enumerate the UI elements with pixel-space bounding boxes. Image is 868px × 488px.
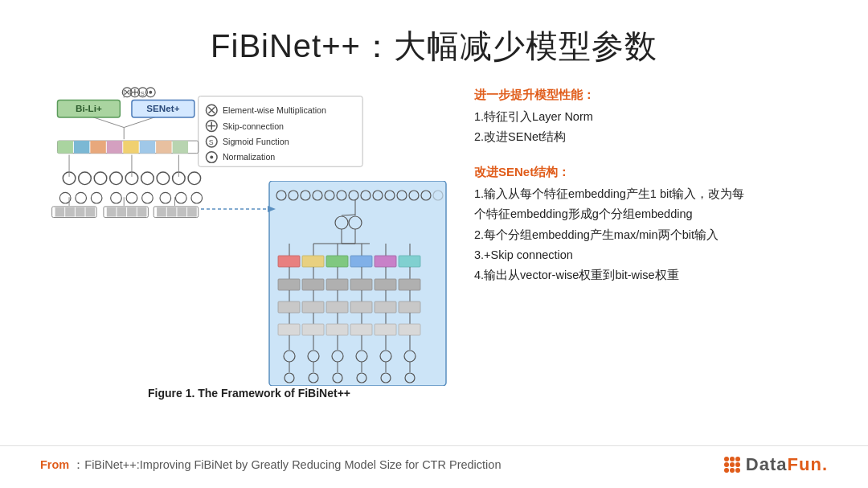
svg-rect-34 xyxy=(156,141,171,154)
svg-rect-30 xyxy=(90,141,105,154)
svg-point-17 xyxy=(94,172,107,185)
svg-point-13 xyxy=(210,156,213,159)
svg-point-182 xyxy=(735,457,740,461)
svg-rect-32 xyxy=(123,141,138,154)
svg-rect-113 xyxy=(302,256,324,267)
svg-rect-116 xyxy=(375,256,396,267)
svg-rect-74 xyxy=(127,207,137,217)
svg-rect-129 xyxy=(399,279,420,290)
svg-rect-80 xyxy=(187,207,197,217)
svg-text:Skip-connection: Skip-connection xyxy=(223,121,284,131)
svg-rect-33 xyxy=(140,141,155,154)
svg-rect-112 xyxy=(278,256,300,267)
svg-text:Normalization: Normalization xyxy=(223,152,275,162)
svg-text:Sigmoid Function: Sigmoid Function xyxy=(223,137,289,146)
svg-rect-75 xyxy=(137,207,147,217)
svg-point-52 xyxy=(149,91,152,94)
svg-rect-141 xyxy=(399,301,420,313)
svg-rect-29 xyxy=(74,141,89,154)
diagram-container: Element-wise Multiplication Skip-connect… xyxy=(40,84,458,382)
section1-title: 进一步提升模型性能： xyxy=(474,84,828,105)
svg-rect-148 xyxy=(278,324,300,335)
svg-point-181 xyxy=(730,457,735,461)
section1-body: 1.特征引入Layer Norm 2.改进SENet结构 xyxy=(474,107,828,148)
from-text: From ：FiBiNet++:Improving FiBiNet by Gre… xyxy=(40,457,501,473)
svg-point-61 xyxy=(175,192,186,203)
svg-rect-153 xyxy=(399,324,420,335)
svg-point-20 xyxy=(141,172,154,185)
svg-point-180 xyxy=(724,457,729,461)
svg-rect-78 xyxy=(167,207,177,217)
datafun-name: DataFun. xyxy=(746,454,828,475)
from-label: From xyxy=(40,458,69,471)
svg-point-18 xyxy=(110,172,123,185)
svg-marker-179 xyxy=(268,206,276,212)
svg-rect-35 xyxy=(173,141,188,154)
section2-title: 改进SENet结构： xyxy=(474,162,828,182)
datafun-dots-icon xyxy=(723,455,742,474)
section2-body: 1.输入从每个特征embedding产生1 bit输入，改为每 个特征embed… xyxy=(474,184,828,286)
svg-rect-117 xyxy=(399,256,420,267)
svg-rect-137 xyxy=(302,301,324,313)
svg-point-56 xyxy=(91,192,102,203)
svg-point-185 xyxy=(735,462,740,467)
svg-rect-124 xyxy=(278,279,300,290)
svg-rect-67 xyxy=(55,207,65,217)
svg-point-16 xyxy=(79,172,92,185)
svg-rect-79 xyxy=(177,207,186,217)
svg-rect-115 xyxy=(350,256,372,267)
svg-rect-149 xyxy=(302,324,324,335)
svg-rect-127 xyxy=(350,279,372,290)
svg-rect-28 xyxy=(57,141,72,154)
svg-rect-136 xyxy=(278,301,300,313)
svg-rect-31 xyxy=(107,141,122,154)
svg-rect-77 xyxy=(157,207,166,217)
from-content: ：FiBiNet++:Improving FiBiNet by Greatly … xyxy=(72,458,501,471)
svg-rect-126 xyxy=(326,279,348,290)
svg-point-187 xyxy=(730,468,735,473)
datafun-logo: DataFun. xyxy=(723,454,828,475)
svg-point-55 xyxy=(76,192,87,203)
svg-rect-73 xyxy=(117,207,126,217)
svg-point-184 xyxy=(730,462,735,467)
svg-point-23 xyxy=(188,172,201,185)
figure-caption-text: Figure 1. The Framework of FiBiNet++ xyxy=(148,387,350,400)
svg-rect-72 xyxy=(107,207,117,217)
svg-rect-70 xyxy=(86,207,96,217)
svg-rect-114 xyxy=(326,256,348,267)
svg-text:SENet+: SENet+ xyxy=(146,103,179,113)
svg-rect-151 xyxy=(350,324,372,335)
svg-text:S: S xyxy=(209,138,214,146)
svg-point-186 xyxy=(724,468,729,473)
senet-detail-svg xyxy=(265,181,450,386)
svg-point-188 xyxy=(735,468,740,473)
svg-rect-125 xyxy=(302,279,324,290)
svg-point-183 xyxy=(724,462,729,467)
slide: FiBiNet++：大幅减少模型参数 Element-wise Multipli… xyxy=(0,0,868,488)
svg-rect-140 xyxy=(375,301,396,313)
svg-rect-150 xyxy=(326,324,348,335)
svg-rect-69 xyxy=(76,207,85,217)
svg-rect-138 xyxy=(326,301,348,313)
content-area: Element-wise Multiplication Skip-connect… xyxy=(40,84,828,400)
arrow-svg xyxy=(197,201,277,217)
separator-line xyxy=(0,445,868,446)
bottom-bar: From ：FiBiNet++:Improving FiBiNet by Gre… xyxy=(0,454,868,475)
svg-point-57 xyxy=(111,192,122,203)
page-title: FiBiNet++：大幅减少模型参数 xyxy=(40,24,828,68)
right-panel: 进一步提升模型性能： 1.特征引入Layer Norm 2.改进SENet结构 … xyxy=(474,84,828,301)
svg-text:Element-wise Multiplication: Element-wise Multiplication xyxy=(223,105,326,115)
svg-rect-152 xyxy=(375,324,396,335)
figure-caption: Figure 1. The Framework of FiBiNet++ xyxy=(148,387,350,400)
svg-point-21 xyxy=(157,172,170,185)
svg-rect-139 xyxy=(350,301,372,313)
svg-rect-68 xyxy=(65,207,75,217)
svg-text:S: S xyxy=(141,90,145,97)
svg-point-60 xyxy=(160,192,171,203)
svg-text:Bi-Li+: Bi-Li+ xyxy=(76,103,102,113)
svg-point-58 xyxy=(126,192,137,203)
svg-point-59 xyxy=(142,192,154,203)
left-area: Element-wise Multiplication Skip-connect… xyxy=(40,84,458,400)
svg-rect-128 xyxy=(375,279,396,290)
